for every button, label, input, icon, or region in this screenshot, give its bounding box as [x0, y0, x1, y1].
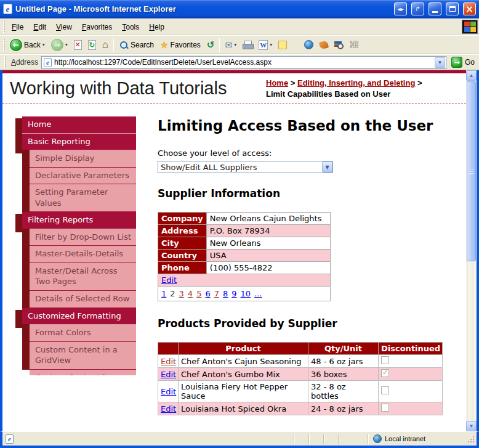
product-qty: 36 boxes	[308, 368, 379, 381]
scroll-up-icon[interactable]: ▲	[466, 70, 477, 81]
sidebar-item-home[interactable]: Home	[22, 116, 136, 134]
pager-page-9[interactable]: 9	[231, 289, 236, 298]
sidebar-nav: Home Basic Reporting Simple Display Decl…	[15, 116, 136, 431]
forward-dropdown-icon[interactable]: ▾	[65, 42, 68, 47]
toolbar-grip[interactable]	[3, 21, 5, 33]
mail-dropdown-icon[interactable]: ▾	[234, 42, 236, 47]
sidebar-item-basic-reporting[interactable]: Basic Reporting	[22, 134, 136, 151]
pager-row: 12345678910...	[158, 287, 331, 301]
research-button[interactable]	[331, 39, 347, 51]
binary-tool-button[interactable]: 010110100101	[347, 39, 361, 51]
field-label: City	[158, 237, 207, 250]
supplier-edit-link[interactable]: Edit	[161, 275, 177, 285]
edit-dropdown-icon[interactable]: ▾	[270, 42, 272, 47]
home-button[interactable]: ⌂	[99, 38, 111, 52]
product-edit-link[interactable]: Edit	[161, 404, 176, 413]
favorites-button[interactable]: ★ Favorites	[157, 38, 204, 52]
discontinued-checkbox[interactable]	[381, 386, 389, 394]
window-split-button[interactable]: ◂▸	[394, 2, 407, 15]
discontinued-checkbox[interactable]	[381, 404, 389, 412]
window-export-button[interactable]: ↱	[411, 2, 424, 15]
resize-grip[interactable]	[467, 434, 475, 443]
stop-button[interactable]: ✕	[71, 39, 85, 51]
pager-page-4[interactable]: 4	[188, 289, 193, 298]
sidebar-item-custom-content-detailsview[interactable]: Custom Content in a DetailsView	[30, 370, 136, 375]
discontinued-checkbox[interactable]	[381, 356, 389, 364]
product-edit-link[interactable]: Edit	[161, 357, 176, 366]
sidebar-item-filtering-reports[interactable]: Filtering Reports	[22, 212, 136, 229]
refresh-button[interactable]: ↻	[85, 39, 99, 51]
pager-page-5[interactable]: 5	[196, 289, 201, 298]
status-page-icon: e	[6, 434, 14, 444]
messenger-button[interactable]	[301, 39, 316, 51]
mail-button[interactable]: ✉ ▾	[222, 39, 240, 51]
sidebar-item-customized-formatting[interactable]: Customized Formatting	[22, 308, 136, 325]
products-table: Product Qty/Unit Discontinued Edit Chef …	[158, 342, 443, 415]
back-dropdown-icon[interactable]: ▾	[42, 42, 45, 47]
sidebar-item-format-colors[interactable]: Format Colors	[30, 325, 136, 342]
vertical-scrollbar[interactable]: ▲ ▼	[466, 70, 477, 431]
menu-file[interactable]: File	[7, 20, 28, 34]
discuss-button[interactable]	[275, 39, 290, 51]
scrollbar-thumb[interactable]	[467, 81, 476, 261]
window-bottom-border	[0, 446, 479, 448]
minimize-button[interactable]	[429, 2, 441, 15]
product-edit-link[interactable]: Edit	[161, 370, 176, 379]
scroll-down-icon[interactable]: ▼	[466, 421, 477, 431]
sidebar-item-details-of-selected-row[interactable]: Details of Selected Row	[30, 291, 136, 308]
close-button[interactable]: ×	[463, 2, 476, 15]
pager-page-8[interactable]: 8	[223, 289, 228, 298]
address-url[interactable]: http://localhost:1297/Code/EditInsertDel…	[54, 58, 432, 67]
menu-favorites[interactable]: Favorites	[77, 20, 117, 34]
field-label: Phone	[158, 262, 207, 274]
table-row: Address P.O. Box 78934	[158, 225, 331, 237]
pager-more[interactable]: ...	[254, 289, 262, 298]
assistant-button[interactable]	[316, 40, 331, 50]
back-button[interactable]: ← Back ▾	[7, 38, 48, 52]
breadcrumb-section-link[interactable]: Editing, Inserting, and Deleting	[297, 78, 415, 88]
breadcrumb-separator: >	[291, 78, 296, 88]
maximize-button[interactable]	[446, 2, 459, 15]
pager-page-10[interactable]: 10	[241, 289, 251, 298]
pager-page-6[interactable]: 6	[205, 289, 210, 298]
menu-tools[interactable]: Tools	[117, 20, 144, 34]
product-qty: 48 - 6 oz jars	[308, 355, 379, 368]
sidebar-item-setting-parameter-values[interactable]: Setting Parameter Values	[30, 184, 136, 212]
pager-page-7[interactable]: 7	[214, 289, 219, 298]
supplier-section-title: Supplier Information	[158, 187, 444, 200]
history-button[interactable]: ↺	[204, 38, 218, 52]
field-value: USA	[206, 250, 330, 262]
status-pane	[294, 434, 308, 444]
print-button[interactable]	[240, 39, 256, 50]
sidebar-item-custom-content-gridview[interactable]: Custom Content in a GridView	[30, 342, 136, 370]
address-dropdown-icon[interactable]: ▼	[435, 57, 445, 68]
sidebar-item-simple-display[interactable]: Simple Display	[30, 150, 136, 168]
go-button[interactable]: → Go	[449, 57, 477, 68]
sidebar-item-master-details-details[interactable]: Master-Details-Details	[30, 246, 136, 263]
toolbar-grip[interactable]	[3, 39, 5, 51]
sidebar-item-filter-by-dropdown-list[interactable]: Filter by Drop-Down List	[30, 229, 136, 246]
pager-page-3[interactable]: 3	[179, 289, 184, 298]
breadcrumb-home-link[interactable]: Home	[266, 78, 288, 88]
pager-page-1[interactable]: 1	[161, 289, 166, 298]
menu-edit[interactable]: Edit	[28, 20, 51, 34]
globe-icon	[304, 40, 313, 49]
sidebar-item-master-detail-two-pages[interactable]: Master/Detail Across Two Pages	[30, 263, 136, 291]
discontinued-checkbox[interactable]	[381, 369, 389, 377]
product-edit-link[interactable]: Edit	[161, 387, 176, 396]
table-row: Edit Louisiana Fiery Hot Pepper Sauce 32…	[158, 381, 443, 402]
maximize-icon	[449, 6, 456, 12]
chevron-down-icon[interactable]: ▼	[322, 161, 332, 173]
toolbar-grip[interactable]	[4, 56, 6, 68]
address-input[interactable]: e http://localhost:1297/Code/EditInsertD…	[41, 56, 446, 69]
pager-page-2[interactable]: 2	[170, 289, 175, 298]
search-button[interactable]: Search	[116, 39, 157, 51]
security-zone-pane: Local intranet	[368, 434, 465, 444]
menu-help[interactable]: Help	[144, 20, 169, 34]
edit-with-word-button[interactable]: W ▾	[256, 39, 275, 51]
sidebar-item-declarative-parameters[interactable]: Declarative Parameters	[30, 168, 136, 185]
access-level-select[interactable]: Show/Edit ALL Suppliers ▼	[158, 161, 333, 173]
binary-grid-icon: 010110100101	[350, 41, 358, 49]
forward-button[interactable]: → ▾	[48, 38, 71, 52]
menu-view[interactable]: View	[51, 20, 77, 34]
